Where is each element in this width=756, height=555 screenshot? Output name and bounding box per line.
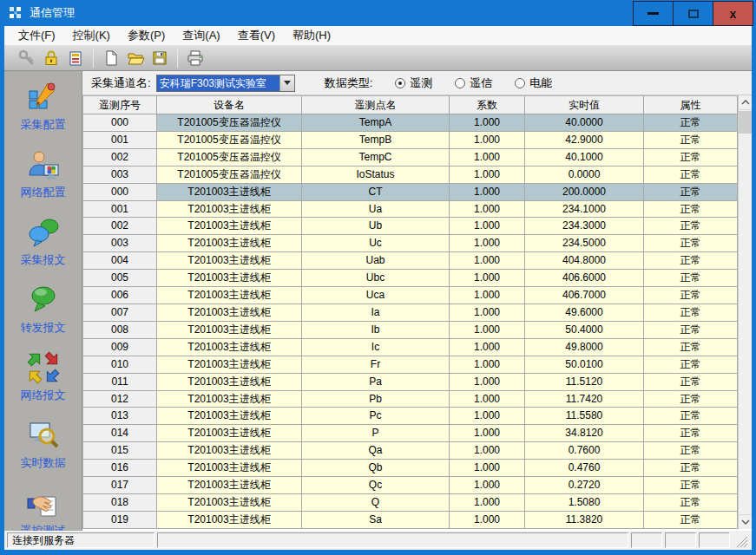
cell-point: Ua [302, 201, 450, 219]
channel-config-icon[interactable] [65, 48, 86, 69]
table-row[interactable]: 006T201003主进线柜Uca1.000406.7000正常 [83, 287, 738, 304]
cell-value: 0.2720 [525, 477, 644, 494]
col-header-point[interactable]: 遥测点名 [302, 96, 450, 114]
new-file-icon[interactable] [101, 48, 122, 69]
cell-attr: 正常 [644, 322, 738, 339]
cell-seq: 000 [83, 184, 157, 201]
radio-signal[interactable]: 遥信 [455, 75, 492, 91]
cell-point: Pa [302, 374, 450, 391]
table-row[interactable]: 001T201003主进线柜Ua1.000234.1000正常 [83, 201, 738, 219]
cell-attr: 正常 [644, 132, 738, 149]
table-row[interactable]: 009T201003主进线柜Ic1.00049.8000正常 [83, 339, 738, 356]
sidebar-item-label: 采集报文 [21, 252, 66, 268]
table-row[interactable]: 008T201003主进线柜Ib1.00050.4000正常 [83, 322, 738, 339]
table-row[interactable]: 016T201003主进线柜Qb1.0000.4760正常 [83, 460, 738, 477]
table-row[interactable]: 002T201005变压器温控仪TempC1.00040.1000正常 [83, 149, 738, 166]
menu-params[interactable]: 参数(P) [119, 25, 174, 46]
table-row[interactable]: 004T201003主进线柜Uab1.000404.8000正常 [83, 252, 738, 270]
cell-seq: 000 [83, 114, 157, 132]
cell-device: T201003主进线柜 [157, 235, 302, 252]
close-icon: x [730, 8, 737, 20]
table-header: 遥测序号 设备名 遥测点名 系数 实时值 属性 [83, 95, 738, 114]
table-row[interactable]: 001T201005变压器温控仪TempB1.00042.9000正常 [83, 132, 738, 149]
lock-icon[interactable] [41, 48, 62, 69]
key-icon[interactable] [16, 48, 37, 69]
cell-value: 11.7420 [525, 391, 644, 408]
sidebar-item-collect-message[interactable]: 采集报文 [21, 215, 66, 268]
cell-device: T201003主进线柜 [157, 356, 302, 374]
cell-value: 50.4000 [525, 322, 644, 339]
table-row[interactable]: 005T201003主进线柜Ubc1.000406.6000正常 [83, 270, 738, 287]
sidebar-item-label: 网络报文 [21, 388, 66, 403]
table-row[interactable]: 012T201003主进线柜Pb1.00011.7420正常 [83, 391, 738, 408]
table-row[interactable]: 017T201003主进线柜Qc1.0000.2720正常 [83, 477, 738, 494]
combo-dropdown-button[interactable] [279, 75, 294, 91]
sidebar-item-realtime-data[interactable]: 实时数据 [21, 418, 66, 471]
table-row[interactable]: 007T201003主进线柜Ia1.00049.6000正常 [83, 304, 738, 322]
cell-seq: 007 [83, 304, 157, 322]
maximize-button[interactable] [673, 1, 713, 26]
cell-point: Qb [302, 460, 450, 477]
cell-device: T201003主进线柜 [157, 322, 302, 339]
cell-attr: 正常 [644, 512, 738, 529]
scrollbar-thumb[interactable] [739, 111, 752, 134]
scroll-down-button[interactable] [739, 514, 752, 529]
col-header-device[interactable]: 设备名 [157, 96, 302, 114]
menu-file[interactable]: 文件(F) [10, 25, 64, 46]
table-row[interactable]: 010T201003主进线柜Fr1.00050.0100正常 [83, 356, 738, 374]
cell-value: 34.8120 [525, 425, 644, 442]
sidebar-item-label: 采集配置 [21, 117, 66, 133]
close-button[interactable]: x [713, 1, 753, 26]
cell-coef: 1.000 [450, 114, 525, 132]
cell-attr: 正常 [644, 442, 738, 460]
radio-telemetry[interactable]: 遥测 [395, 75, 432, 91]
table-row[interactable]: 003T201005变压器温控仪IoStatus1.0000.0000正常 [83, 166, 738, 184]
table-row[interactable]: 002T201003主进线柜Ub1.000234.3000正常 [83, 218, 738, 235]
channel-combobox[interactable]: 安科瑞F303测试实验室 [156, 75, 295, 92]
save-icon[interactable] [149, 48, 170, 69]
radio-energy[interactable]: 电能 [515, 75, 552, 91]
col-header-value[interactable]: 实时值 [525, 96, 644, 114]
cell-seq: 019 [83, 512, 157, 529]
table-row[interactable]: 014T201003主进线柜P1.00034.8120正常 [83, 425, 738, 442]
open-file-icon[interactable] [125, 48, 146, 69]
table-row[interactable]: 000T201003主进线柜CT1.000200.0000正常 [83, 184, 738, 201]
sidebar-item-network-message[interactable]: 网络报文 [21, 350, 66, 403]
vertical-scrollbar[interactable] [738, 95, 752, 529]
cell-coef: 1.000 [450, 477, 525, 494]
menu-query[interactable]: 查询(A) [174, 25, 228, 46]
cell-coef: 1.000 [450, 408, 525, 425]
print-icon[interactable] [185, 48, 206, 69]
cell-device: T201003主进线柜 [157, 374, 302, 391]
col-header-coef[interactable]: 系数 [450, 96, 525, 114]
table-row[interactable]: 018T201003主进线柜Q1.0001.5080正常 [83, 494, 738, 512]
table-row[interactable]: 019T201003主进线柜Sa1.00011.3820正常 [83, 512, 738, 529]
minimize-button[interactable] [633, 1, 674, 26]
cell-value: 0.4760 [525, 460, 644, 477]
table-row[interactable]: 015T201003主进线柜Qa1.0000.7600正常 [83, 442, 738, 460]
sidebar-item-network-config[interactable]: 网络配置 [21, 147, 66, 200]
channel-bar: 采集通道名: 安科瑞F303测试实验室 数据类型: 遥测 遥信 电能 [82, 71, 752, 95]
table-row[interactable]: 000T201005变压器温控仪TempA1.00040.0000正常 [83, 114, 738, 132]
table-row[interactable]: 011T201003主进线柜Pa1.00011.5120正常 [83, 374, 738, 391]
cell-coef: 1.000 [450, 166, 525, 184]
cell-point: Uab [302, 252, 450, 270]
cell-point: Pc [302, 408, 450, 425]
cell-coef: 1.000 [450, 132, 525, 149]
menu-help[interactable]: 帮助(H) [284, 25, 339, 46]
sidebar-item-collect-config[interactable]: 采集配置 [21, 80, 66, 133]
col-header-attr[interactable]: 属性 [644, 96, 738, 114]
telemetry-table: 遥测序号 设备名 遥测点名 系数 实时值 属性 000T201005变压器温控仪… [82, 95, 752, 529]
menu-control[interactable]: 控制(K) [64, 25, 119, 46]
menu-view[interactable]: 查看(V) [229, 25, 284, 46]
cell-seq: 015 [83, 442, 157, 460]
col-header-seq[interactable]: 遥测序号 [83, 96, 157, 114]
sidebar-item-forward-message[interactable]: 转发报文 [21, 283, 66, 336]
resize-grip[interactable] [733, 532, 750, 548]
cell-seq: 010 [83, 356, 157, 374]
table-row[interactable]: 003T201003主进线柜Uc1.000234.5000正常 [83, 235, 738, 252]
scroll-up-button[interactable] [739, 95, 752, 110]
app-window: 通信管理 x 文件(F) 控制(K) 参数(P) 查询(A) 查看(V) 帮助(… [0, 0, 756, 555]
table-row[interactable]: 013T201003主进线柜Pc1.00011.5580正常 [83, 408, 738, 425]
cell-seq: 005 [83, 270, 157, 287]
